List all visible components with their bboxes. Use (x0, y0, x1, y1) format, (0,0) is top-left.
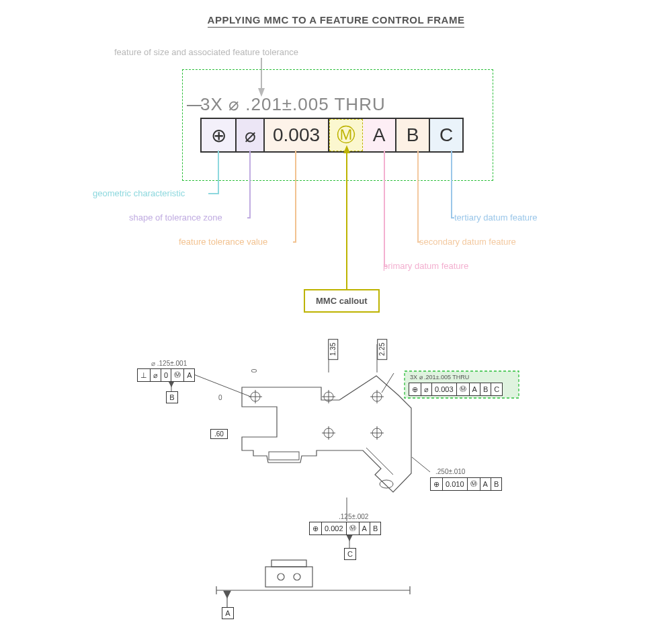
svg-point-32 (294, 573, 300, 580)
svg-rect-4 (269, 452, 299, 460)
sfcf-d3: C (491, 383, 502, 395)
svg-rect-30 (271, 560, 306, 567)
sfcf-shape: ⌀ (421, 383, 432, 395)
svg-rect-29 (265, 567, 312, 587)
bottom-callout-caption: .125±.002 (339, 513, 368, 520)
sfcf-d1: A (360, 522, 370, 534)
sfcf-d1: A (470, 383, 480, 395)
diagram-page: APPLYING MMC TO A FEATURE CONTROL FRAME … (0, 0, 672, 634)
sfcf-mod: Ⓜ (347, 522, 360, 534)
dim-y2: 2.25 (377, 339, 387, 360)
sfcf-char: ⊕ (310, 522, 322, 534)
svg-marker-34 (224, 591, 230, 598)
sfcf-d2: B (491, 478, 501, 490)
dim-y0: 0 (251, 369, 258, 373)
right-callout-fcf: ⊕ 0.010 Ⓜ A B (430, 477, 502, 491)
sfcf-tol: 0 (161, 369, 171, 381)
sfcf-tol: 0.002 (322, 522, 347, 534)
sfcf-char: ⊥ (138, 369, 151, 381)
sfcf-mod: Ⓜ (171, 369, 184, 381)
sfcf-d2: B (480, 383, 491, 395)
svg-point-31 (278, 573, 284, 580)
left-callout-fcf: ⊥ ⌀ 0 Ⓜ A (137, 368, 195, 382)
hole-callout-caption: 3X ⌀ .201±.005 THRU (410, 374, 469, 381)
svg-point-5 (380, 480, 393, 488)
dim-basic60: .60 (210, 429, 228, 439)
svg-line-6 (366, 448, 393, 475)
sfcf-tol: 0.003 (432, 383, 457, 395)
datum-c-box: C (344, 548, 356, 560)
sfcf-d2: B (370, 522, 380, 534)
right-callout-caption: .250±.010 (435, 468, 465, 475)
svg-marker-38 (346, 534, 353, 541)
bottom-callout-fcf: ⊕ 0.002 Ⓜ A B (309, 522, 381, 535)
sfcf-char: ⊕ (409, 383, 421, 395)
sfcf-d1: A (480, 478, 491, 490)
dim-y1: 1.35 (328, 339, 338, 360)
hole-callout-fcf: ⊕ ⌀ 0.003 Ⓜ A B C (409, 383, 503, 396)
sfcf-shape: ⌀ (151, 369, 161, 381)
datum-b-box: B (166, 391, 178, 403)
sfcf-mod: Ⓜ (468, 478, 480, 490)
dim-x0: 0 (218, 394, 222, 401)
sfcf-tol: 0.010 (443, 478, 468, 490)
left-callout-caption: ⌀ .125±.001 (151, 360, 187, 367)
engineering-drawing (0, 0, 672, 634)
sfcf-d1: A (184, 369, 194, 381)
sfcf-char: ⊕ (431, 478, 443, 490)
sfcf-mod: Ⓜ (457, 383, 470, 395)
datum-a-box: A (222, 607, 234, 619)
